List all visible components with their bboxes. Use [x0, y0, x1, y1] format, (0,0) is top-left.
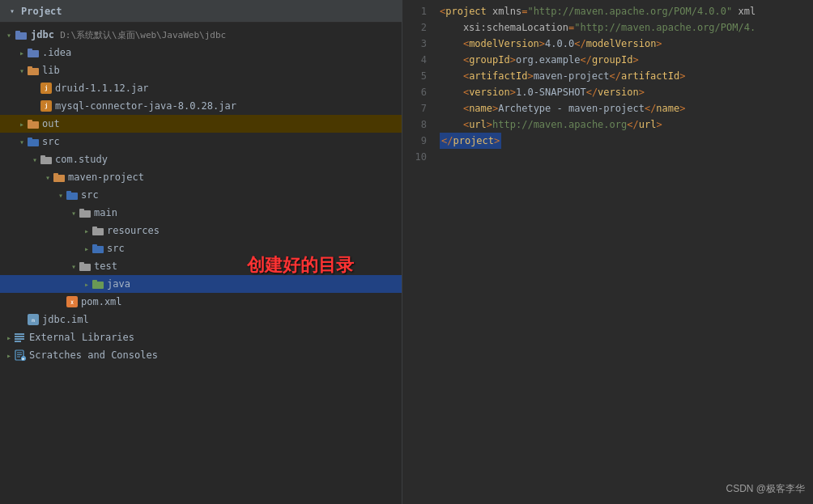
jdbc-label: jdbc D:\系统默认\桌面\web\JavaWeb\jdbc [31, 29, 402, 41]
l6-t1: version [469, 87, 510, 98]
external-libraries-label: External Libraries [29, 332, 402, 343]
tree-item-scratches[interactable]: ▶ Scratches and Consoles [0, 346, 402, 364]
tree-item-com-study[interactable]: com.study [0, 150, 402, 168]
l1-tag1: project [445, 6, 487, 17]
tree-item-main-src[interactable]: src [0, 239, 402, 257]
l7-v1: Archetype - maven-project [498, 103, 645, 114]
tree-item-test[interactable]: test [0, 257, 402, 275]
tree-item-pom-xml[interactable]: X pom.xml [0, 293, 402, 311]
l8-b2: > [487, 119, 492, 130]
line-num-3: 3 [402, 36, 427, 52]
svg-rect-13 [53, 173, 58, 176]
svg-text:▶: ▶ [23, 356, 25, 361]
tree-item-jdbc-iml[interactable]: m jdbc.iml [0, 311, 402, 328]
code-editor[interactable]: 1 2 3 4 5 6 7 8 9 10 <project xmlns="htt… [402, 0, 813, 504]
line-num-10: 10 [402, 149, 427, 165]
l3-b3: </ [574, 38, 585, 49]
l5-t2: artifactId [621, 70, 679, 82]
l8-t2: url [639, 119, 657, 130]
l4-v1: org.example [516, 54, 580, 66]
lib-arrow [16, 65, 28, 76]
scratches-arrow [3, 349, 15, 361]
main-label: main [94, 207, 402, 218]
l7-b3: </ [645, 103, 656, 114]
project-tree: jdbc D:\系统默认\桌面\web\JavaWeb\jdbc .idea l… [0, 23, 402, 504]
project-header[interactable]: Project [0, 0, 402, 23]
line-num-4: 4 [402, 52, 427, 68]
main-src-arrow [81, 243, 92, 254]
code-line-10 [440, 149, 813, 165]
l1-attr1: xmlns [487, 6, 521, 17]
tree-item-resources[interactable]: resources [0, 222, 402, 239]
line-numbers: 1 2 3 4 5 6 7 8 9 10 [402, 3, 435, 501]
mysql-jar-icon: j [40, 100, 52, 112]
code-line-1: <project xmlns="http://maven.apache.org/… [440, 3, 813, 19]
tree-item-mysql-jar[interactable]: j mysql-connector-java-8.0.28.jar [0, 97, 402, 115]
test-arrow [68, 260, 79, 272]
pom-xml-icon: X [66, 296, 78, 307]
tree-item-out[interactable]: out [0, 115, 402, 133]
line-num-6: 6 [402, 84, 427, 100]
pom-xml-label: pom.xml [81, 296, 402, 307]
l3-t2: modelVersion [586, 38, 657, 49]
l3-sp1 [440, 38, 463, 49]
l3-b4: > [656, 38, 662, 49]
svg-rect-21 [92, 244, 97, 248]
com-study-folder-icon [40, 155, 52, 164]
tree-item-main[interactable]: main [0, 204, 402, 222]
l4-b2: > [510, 54, 516, 66]
svg-rect-17 [79, 209, 84, 212]
tree-item-external-libraries[interactable]: External Libraries [0, 328, 402, 346]
l4-t1: groupId [469, 54, 510, 66]
l5-v1: maven-project [534, 70, 610, 82]
out-folder-icon [28, 119, 39, 129]
svg-rect-5 [28, 66, 32, 70]
l8-t1: url [469, 119, 487, 130]
main-src-folder-icon [92, 244, 104, 253]
resources-label: resources [107, 225, 402, 236]
l9-t1: project [453, 135, 494, 146]
code-content[interactable]: <project xmlns="http://maven.apache.org/… [435, 3, 813, 501]
scratches-icon: ▶ [15, 349, 26, 361]
code-editor-panel: 1 2 3 4 5 6 7 8 9 10 <project xmlns="htt… [402, 0, 813, 504]
com-study-label: com.study [55, 154, 402, 165]
tree-item-maven-src[interactable]: src [0, 186, 402, 204]
l9-b1: </ [441, 135, 453, 146]
ext-libs-arrow [3, 332, 15, 343]
l6-sp1 [440, 87, 463, 98]
external-libraries-icon [15, 332, 26, 343]
line-num-8: 8 [402, 116, 427, 133]
svg-rect-9 [28, 138, 32, 141]
code-line-6: <version>1.0-SNAPSHOT</version> [440, 84, 813, 100]
l7-sp1 [440, 103, 463, 114]
code-line-4: <groupId>org.example</groupId> [440, 52, 813, 68]
l5-b4: > [679, 70, 685, 82]
tree-item-lib[interactable]: lib [0, 61, 402, 79]
tree-item-java[interactable]: java [0, 275, 402, 293]
mysql-jar-label: mysql-connector-java-8.0.28.jar [55, 100, 402, 112]
main-folder-icon [79, 208, 91, 218]
project-panel: Project jdbc D:\系统默认\桌面\web\JavaWeb\jdbc… [0, 0, 402, 504]
druid-arrow [29, 83, 40, 94]
resources-folder-icon [92, 226, 104, 235]
out-arrow [16, 118, 28, 129]
tree-item-src[interactable]: src [0, 133, 402, 150]
project-collapse-arrow[interactable] [6, 6, 18, 17]
svg-rect-19 [92, 227, 97, 230]
out-label: out [42, 118, 402, 129]
svg-rect-3 [28, 49, 32, 52]
tree-item-idea[interactable]: .idea [0, 44, 402, 61]
l2-str1: "http://maven.apache.org/POM/4. [574, 22, 756, 33]
svg-rect-27 [15, 336, 24, 337]
jdbc-iml-arrow [16, 314, 28, 325]
svg-rect-28 [15, 338, 24, 340]
svg-rect-23 [79, 262, 84, 265]
svg-rect-11 [40, 155, 45, 159]
jdbc-iml-label: jdbc.iml [42, 314, 402, 325]
tree-item-maven-project[interactable]: maven-project [0, 168, 402, 186]
svg-rect-29 [15, 341, 21, 342]
code-line-8: <url>http://maven.apache.org</url> [440, 116, 813, 133]
tree-item-jdbc-root[interactable]: jdbc D:\系统默认\桌面\web\JavaWeb\jdbc [0, 26, 402, 44]
tree-item-druid-jar[interactable]: j druid-1.1.12.jar [0, 79, 402, 97]
l8-v1: http://maven.apache.org [492, 119, 627, 130]
